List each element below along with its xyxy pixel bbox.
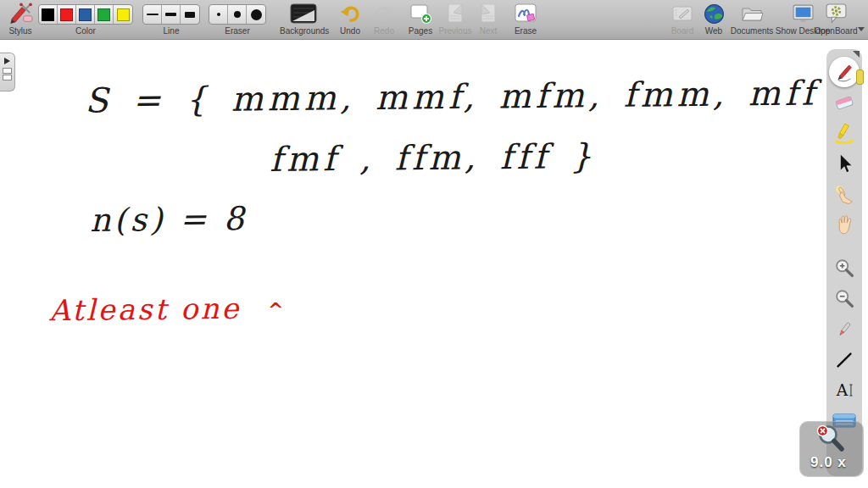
web-label: Web bbox=[698, 26, 729, 36]
small-dot-icon bbox=[217, 13, 220, 16]
redo-label: Redo bbox=[368, 26, 400, 36]
page-thumb-icon bbox=[3, 75, 12, 80]
eraser-label: Eraser bbox=[208, 26, 267, 36]
documents-folder-icon bbox=[727, 3, 776, 25]
highlighter-tool-button[interactable] bbox=[829, 119, 860, 148]
black-swatch-icon bbox=[42, 8, 54, 21]
medium-line-icon bbox=[165, 13, 176, 16]
erase-button[interactable]: Erase bbox=[508, 3, 543, 38]
zoom-in-icon bbox=[832, 257, 856, 283]
menu-caret-icon[interactable] bbox=[858, 27, 865, 31]
pan-hand-icon bbox=[832, 213, 856, 239]
board-icon bbox=[666, 3, 698, 25]
color-swatch-green[interactable] bbox=[95, 5, 114, 24]
openboard-app: Stylus Color Line bbox=[0, 0, 868, 488]
whiteboard-canvas[interactable]: S = { mmm, mmf, mfm, fmm, mff fmf , ffm,… bbox=[0, 40, 868, 488]
line-label: Line bbox=[142, 26, 200, 36]
undo-icon bbox=[334, 3, 366, 25]
eraser-tool-button[interactable] bbox=[829, 89, 860, 118]
eraser-large-button[interactable] bbox=[247, 5, 265, 24]
redo-icon bbox=[368, 3, 400, 25]
ink-line-count: n(s) = 8 bbox=[90, 200, 248, 239]
text-tool-button[interactable]: A bbox=[829, 377, 860, 406]
undo-button[interactable]: Undo bbox=[334, 3, 366, 38]
eraser-size-row bbox=[209, 4, 266, 25]
erase-page-icon bbox=[508, 3, 543, 25]
ink-partial-stroke: ^ bbox=[268, 299, 283, 320]
tool-palette: A bbox=[826, 49, 862, 476]
medium-dot-icon bbox=[234, 11, 241, 18]
blue-swatch-icon bbox=[79, 8, 92, 21]
line-thick-button[interactable] bbox=[181, 5, 199, 24]
board-label: Board bbox=[666, 26, 698, 36]
redo-button[interactable]: Redo bbox=[368, 3, 400, 38]
line-thin-button[interactable] bbox=[143, 5, 162, 24]
undo-label: Undo bbox=[334, 26, 366, 36]
next-page-button[interactable]: Next bbox=[473, 3, 504, 38]
collapse-palette-icon[interactable] bbox=[853, 51, 860, 58]
laser-pen-icon bbox=[832, 318, 856, 344]
next-page-icon bbox=[473, 3, 504, 25]
red-swatch-icon bbox=[60, 8, 73, 21]
openboard-gear-bubble-icon bbox=[814, 3, 858, 25]
board-mode-button[interactable]: Board bbox=[666, 3, 698, 38]
openboard-label: OpenBoard bbox=[814, 26, 858, 36]
library-drawer-tab[interactable] bbox=[0, 53, 15, 92]
pages-icon bbox=[403, 3, 437, 25]
zoom-out-tool-button[interactable] bbox=[829, 286, 860, 314]
pages-label: Pages bbox=[403, 26, 437, 36]
backgrounds-icon bbox=[280, 3, 327, 25]
page-thumb-icon bbox=[3, 68, 12, 74]
color-swatch-row bbox=[38, 4, 133, 25]
laser-pointer-tool-button[interactable] bbox=[829, 316, 860, 345]
previous-page-icon bbox=[437, 3, 474, 25]
pointing-hand-icon bbox=[832, 182, 856, 208]
web-globe-icon bbox=[698, 3, 729, 25]
interact-tool-button[interactable] bbox=[829, 180, 860, 209]
color-group: Color bbox=[36, 3, 136, 38]
top-toolbar: Stylus Color Line bbox=[0, 0, 868, 40]
eraser-medium-button[interactable] bbox=[228, 5, 247, 24]
pen-icon bbox=[832, 59, 856, 86]
color-swatch-black[interactable] bbox=[39, 5, 58, 24]
yellow-swatch-icon bbox=[117, 8, 130, 21]
ink-line-sample-space-2: fmf , ffm, fff } bbox=[270, 136, 597, 179]
pen-tool-button[interactable] bbox=[829, 57, 860, 87]
stylus-label: Stylus bbox=[3, 26, 37, 36]
previous-page-button[interactable]: Previous bbox=[437, 3, 474, 38]
line-size-row bbox=[142, 4, 200, 25]
ink-line-sample-space: S = { mmm, mmf, mfm, fmm, mff bbox=[85, 73, 819, 119]
openboard-menu-button[interactable]: OpenBoard bbox=[814, 3, 858, 38]
reset-zoom-button[interactable] bbox=[813, 422, 849, 458]
zoom-in-tool-button[interactable] bbox=[829, 255, 860, 284]
eraser-icon bbox=[832, 91, 856, 117]
backgrounds-label: Backgrounds bbox=[280, 26, 327, 36]
selector-tool-button[interactable] bbox=[829, 150, 860, 179]
color-swatch-yellow[interactable] bbox=[114, 5, 132, 24]
zoom-widget: 9.0 x bbox=[799, 421, 864, 477]
eraser-small-button[interactable] bbox=[209, 5, 228, 24]
line-tool-button[interactable] bbox=[829, 347, 860, 375]
green-swatch-icon bbox=[97, 8, 110, 21]
next-page-label: Next bbox=[473, 26, 504, 36]
pages-button[interactable]: Pages bbox=[403, 3, 437, 38]
documents-mode-button[interactable]: Documents bbox=[727, 3, 776, 38]
documents-label: Documents bbox=[727, 26, 776, 36]
current-color-indicator bbox=[856, 69, 864, 85]
color-swatch-blue[interactable] bbox=[76, 5, 95, 24]
highlighter-icon bbox=[832, 121, 856, 147]
pan-tool-button[interactable] bbox=[829, 211, 860, 240]
color-label: Color bbox=[36, 26, 136, 36]
eraser-group: Eraser bbox=[208, 3, 267, 38]
stylus-button[interactable]: Stylus bbox=[3, 3, 37, 38]
selector-arrow-icon bbox=[832, 152, 856, 178]
web-mode-button[interactable]: Web bbox=[698, 3, 729, 38]
line-group: Line bbox=[142, 3, 200, 38]
large-dot-icon bbox=[251, 9, 262, 20]
color-swatch-red[interactable] bbox=[58, 5, 76, 24]
svg-text:A: A bbox=[836, 380, 849, 398]
line-medium-button[interactable] bbox=[162, 5, 181, 24]
line-icon bbox=[832, 348, 856, 374]
text-icon: A bbox=[832, 379, 856, 405]
backgrounds-button[interactable]: Backgrounds bbox=[280, 3, 327, 38]
